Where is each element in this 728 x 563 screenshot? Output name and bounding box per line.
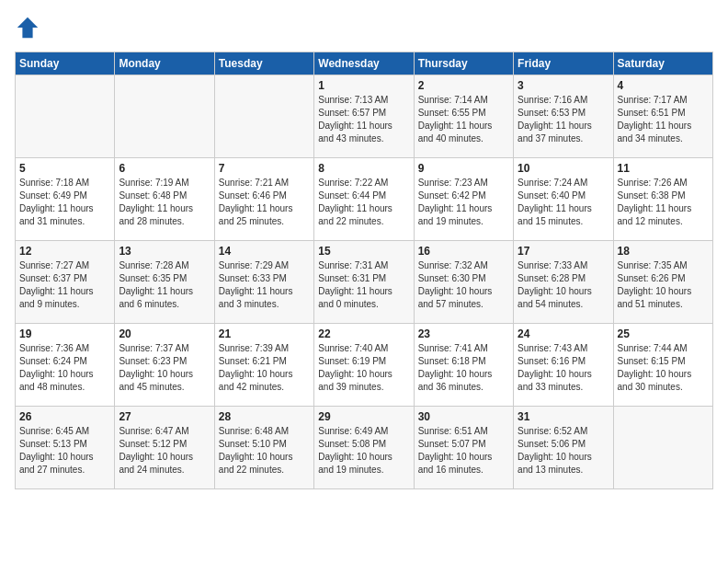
- day-cell: 8Sunrise: 7:22 AM Sunset: 6:44 PM Daylig…: [314, 158, 414, 241]
- day-cell: 20Sunrise: 7:37 AM Sunset: 6:23 PM Dayli…: [115, 324, 214, 407]
- day-cell: 28Sunrise: 6:48 AM Sunset: 5:10 PM Dayli…: [214, 407, 313, 489]
- day-info: Sunrise: 7:26 AM Sunset: 6:38 PM Dayligh…: [618, 177, 709, 228]
- day-cell: 10Sunrise: 7:24 AM Sunset: 6:40 PM Dayli…: [514, 158, 613, 241]
- day-number: 25: [618, 327, 709, 340]
- day-number: 2: [418, 79, 509, 92]
- header-monday: Monday: [115, 52, 214, 75]
- week-row-5: 26Sunrise: 6:45 AM Sunset: 5:13 PM Dayli…: [16, 407, 713, 489]
- day-info: Sunrise: 7:16 AM Sunset: 6:53 PM Dayligh…: [518, 94, 609, 145]
- day-info: Sunrise: 7:23 AM Sunset: 6:42 PM Dayligh…: [418, 177, 509, 228]
- day-cell: 1Sunrise: 7:13 AM Sunset: 6:57 PM Daylig…: [314, 75, 414, 158]
- day-number: 7: [219, 162, 310, 175]
- day-number: 8: [318, 162, 409, 175]
- day-number: 15: [318, 245, 409, 258]
- header-friday: Friday: [514, 52, 613, 75]
- week-row-2: 5Sunrise: 7:18 AM Sunset: 6:49 PM Daylig…: [16, 158, 713, 241]
- day-info: Sunrise: 7:41 AM Sunset: 6:18 PM Dayligh…: [418, 342, 509, 394]
- day-number: 16: [418, 245, 509, 258]
- day-number: 23: [418, 327, 509, 340]
- header-tuesday: Tuesday: [214, 52, 313, 75]
- day-cell: 16Sunrise: 7:32 AM Sunset: 6:30 PM Dayli…: [414, 241, 513, 324]
- day-cell: 17Sunrise: 7:33 AM Sunset: 6:28 PM Dayli…: [514, 241, 613, 324]
- day-cell: 29Sunrise: 6:49 AM Sunset: 5:08 PM Dayli…: [314, 407, 414, 489]
- day-number: 6: [119, 162, 210, 175]
- header-wednesday: Wednesday: [314, 52, 414, 75]
- day-number: 29: [318, 410, 409, 423]
- day-info: Sunrise: 7:13 AM Sunset: 6:57 PM Dayligh…: [318, 94, 409, 145]
- week-row-3: 12Sunrise: 7:27 AM Sunset: 6:37 PM Dayli…: [16, 241, 713, 324]
- day-number: 20: [119, 327, 210, 340]
- day-cell: 31Sunrise: 6:52 AM Sunset: 5:06 PM Dayli…: [514, 407, 613, 489]
- day-number: 11: [618, 162, 709, 175]
- day-info: Sunrise: 6:49 AM Sunset: 5:08 PM Dayligh…: [318, 425, 409, 477]
- day-cell: [16, 75, 115, 158]
- day-number: 17: [518, 245, 609, 258]
- day-cell: 5Sunrise: 7:18 AM Sunset: 6:49 PM Daylig…: [16, 158, 115, 241]
- day-info: Sunrise: 7:32 AM Sunset: 6:30 PM Dayligh…: [418, 259, 509, 311]
- week-row-4: 19Sunrise: 7:36 AM Sunset: 6:24 PM Dayli…: [16, 324, 713, 407]
- day-info: Sunrise: 7:31 AM Sunset: 6:31 PM Dayligh…: [318, 259, 409, 311]
- day-cell: 19Sunrise: 7:36 AM Sunset: 6:24 PM Dayli…: [16, 324, 115, 407]
- day-cell: 22Sunrise: 7:40 AM Sunset: 6:19 PM Dayli…: [314, 324, 414, 407]
- day-info: Sunrise: 6:47 AM Sunset: 5:12 PM Dayligh…: [119, 425, 210, 477]
- day-info: Sunrise: 6:52 AM Sunset: 5:06 PM Dayligh…: [518, 425, 609, 477]
- day-cell: 30Sunrise: 6:51 AM Sunset: 5:07 PM Dayli…: [414, 407, 513, 489]
- day-cell: 2Sunrise: 7:14 AM Sunset: 6:55 PM Daylig…: [414, 75, 513, 158]
- header-sunday: Sunday: [16, 52, 115, 75]
- day-info: Sunrise: 7:24 AM Sunset: 6:40 PM Dayligh…: [518, 177, 609, 228]
- day-cell: 4Sunrise: 7:17 AM Sunset: 6:51 PM Daylig…: [613, 75, 712, 158]
- day-info: Sunrise: 7:18 AM Sunset: 6:49 PM Dayligh…: [19, 177, 110, 228]
- header-saturday: Saturday: [613, 52, 712, 75]
- day-cell: 11Sunrise: 7:26 AM Sunset: 6:38 PM Dayli…: [613, 158, 712, 241]
- day-number: 10: [518, 162, 609, 175]
- day-number: 30: [418, 410, 509, 423]
- day-cell: 3Sunrise: 7:16 AM Sunset: 6:53 PM Daylig…: [514, 75, 613, 158]
- day-number: 9: [418, 162, 509, 175]
- logo-icon: [15, 15, 40, 40]
- day-info: Sunrise: 7:19 AM Sunset: 6:48 PM Dayligh…: [119, 177, 210, 228]
- day-info: Sunrise: 7:17 AM Sunset: 6:51 PM Dayligh…: [618, 94, 709, 145]
- week-row-1: 1Sunrise: 7:13 AM Sunset: 6:57 PM Daylig…: [16, 75, 713, 158]
- day-info: Sunrise: 7:29 AM Sunset: 6:33 PM Dayligh…: [219, 259, 310, 311]
- day-number: 31: [518, 410, 609, 423]
- day-info: Sunrise: 7:43 AM Sunset: 6:16 PM Dayligh…: [518, 342, 609, 394]
- day-info: Sunrise: 6:45 AM Sunset: 5:13 PM Dayligh…: [19, 425, 110, 477]
- day-info: Sunrise: 6:51 AM Sunset: 5:07 PM Dayligh…: [418, 425, 509, 477]
- day-number: 24: [518, 327, 609, 340]
- day-cell: 14Sunrise: 7:29 AM Sunset: 6:33 PM Dayli…: [214, 241, 313, 324]
- day-info: Sunrise: 6:48 AM Sunset: 5:10 PM Dayligh…: [219, 425, 310, 477]
- header-thursday: Thursday: [414, 52, 513, 75]
- logo: [15, 15, 44, 40]
- day-info: Sunrise: 7:33 AM Sunset: 6:28 PM Dayligh…: [518, 259, 609, 311]
- day-number: 4: [618, 79, 709, 92]
- day-cell: 6Sunrise: 7:19 AM Sunset: 6:48 PM Daylig…: [115, 158, 214, 241]
- day-cell: 9Sunrise: 7:23 AM Sunset: 6:42 PM Daylig…: [414, 158, 513, 241]
- day-cell: 13Sunrise: 7:28 AM Sunset: 6:35 PM Dayli…: [115, 241, 214, 324]
- day-cell: 25Sunrise: 7:44 AM Sunset: 6:15 PM Dayli…: [613, 324, 712, 407]
- day-info: Sunrise: 7:44 AM Sunset: 6:15 PM Dayligh…: [618, 342, 709, 394]
- day-number: 14: [219, 245, 310, 258]
- day-cell: 24Sunrise: 7:43 AM Sunset: 6:16 PM Dayli…: [514, 324, 613, 407]
- day-cell: [613, 407, 712, 489]
- day-number: 13: [119, 245, 210, 258]
- day-cell: [214, 75, 313, 158]
- day-info: Sunrise: 7:28 AM Sunset: 6:35 PM Dayligh…: [119, 259, 210, 311]
- day-cell: 27Sunrise: 6:47 AM Sunset: 5:12 PM Dayli…: [115, 407, 214, 489]
- day-info: Sunrise: 7:37 AM Sunset: 6:23 PM Dayligh…: [119, 342, 210, 394]
- day-cell: 23Sunrise: 7:41 AM Sunset: 6:18 PM Dayli…: [414, 324, 513, 407]
- day-number: 19: [19, 327, 110, 340]
- calendar-table: SundayMondayTuesdayWednesdayThursdayFrid…: [15, 52, 713, 489]
- day-number: 28: [219, 410, 310, 423]
- day-info: Sunrise: 7:22 AM Sunset: 6:44 PM Dayligh…: [318, 177, 409, 228]
- day-cell: 21Sunrise: 7:39 AM Sunset: 6:21 PM Dayli…: [214, 324, 313, 407]
- day-cell: [115, 75, 214, 158]
- day-number: 18: [618, 245, 709, 258]
- day-info: Sunrise: 7:40 AM Sunset: 6:19 PM Dayligh…: [318, 342, 409, 394]
- day-info: Sunrise: 7:39 AM Sunset: 6:21 PM Dayligh…: [219, 342, 310, 394]
- day-number: 12: [19, 245, 110, 258]
- day-info: Sunrise: 7:35 AM Sunset: 6:26 PM Dayligh…: [618, 259, 709, 311]
- day-cell: 26Sunrise: 6:45 AM Sunset: 5:13 PM Dayli…: [16, 407, 115, 489]
- header-row: SundayMondayTuesdayWednesdayThursdayFrid…: [16, 52, 713, 75]
- day-cell: 18Sunrise: 7:35 AM Sunset: 6:26 PM Dayli…: [613, 241, 712, 324]
- day-number: 3: [518, 79, 609, 92]
